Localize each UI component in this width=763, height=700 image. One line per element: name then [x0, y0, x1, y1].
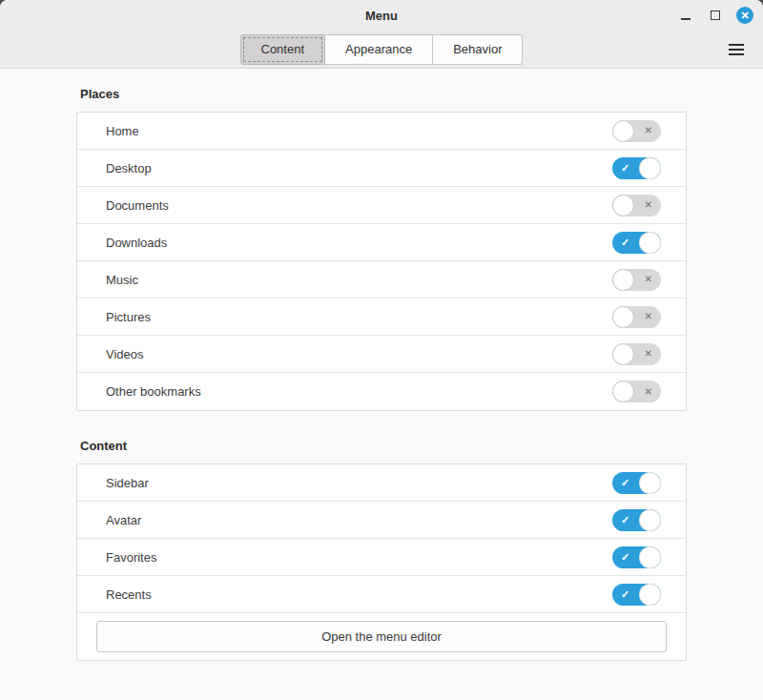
toggle-switch-favorites[interactable]: ✓ ✕	[612, 546, 661, 568]
tab-appearance[interactable]: Appearance	[325, 34, 433, 65]
toggle-knob	[639, 157, 661, 179]
places-panel: Home ✓ ✕ Desktop ✓ ✕ Documents ✓	[76, 112, 687, 411]
row-label: Home	[106, 124, 139, 138]
row-label: Downloads	[106, 236, 167, 250]
section-title-content: Content	[80, 439, 687, 454]
x-icon: ✕	[645, 312, 652, 321]
toggle-knob	[612, 306, 634, 328]
main-content: Places Home ✓ ✕ Desktop ✓ ✕ Documen	[0, 69, 763, 661]
tab-content[interactable]: Content	[240, 34, 326, 65]
toggle-switch-videos[interactable]: ✓ ✕	[612, 343, 661, 365]
x-icon: ✕	[645, 275, 652, 284]
maximize-button[interactable]	[707, 7, 724, 24]
content-panel: Sidebar ✓ ✕ Avatar ✓ ✕ Favorites ✓	[76, 463, 687, 661]
toggle-row-other-bookmarks: Other bookmarks ✓ ✕	[77, 373, 686, 410]
toggle-knob	[612, 269, 634, 291]
toggle-row-avatar: Avatar ✓ ✕	[77, 502, 686, 539]
hamburger-icon	[729, 44, 744, 46]
section-title-places: Places	[80, 87, 687, 102]
toggle-row-favorites: Favorites ✓ ✕	[77, 539, 686, 576]
toggle-row-videos: Videos ✓ ✕	[77, 336, 686, 373]
row-label: Avatar	[106, 513, 141, 527]
toggle-row-home: Home ✓ ✕	[77, 113, 686, 150]
toggle-row-downloads: Downloads ✓ ✕	[77, 224, 686, 261]
close-icon: ✕	[740, 10, 749, 21]
window-controls: ✕	[677, 0, 753, 31]
row-label: Favorites	[106, 550, 156, 565]
toggle-knob	[639, 232, 661, 254]
toggle-switch-desktop[interactable]: ✓ ✕	[612, 157, 661, 179]
row-label: Other bookmarks	[106, 384, 201, 399]
x-icon: ✕	[645, 387, 652, 397]
row-label: Desktop	[106, 161, 152, 175]
toggle-switch-documents[interactable]: ✓ ✕	[612, 195, 661, 216]
menu-button[interactable]	[725, 40, 748, 59]
tab-group: Content Appearance Behavior	[240, 34, 524, 65]
toggle-knob	[639, 472, 661, 494]
toggle-row-recents: Recents ✓ ✕	[77, 576, 686, 613]
x-icon: ✕	[645, 200, 652, 210]
check-icon: ✓	[621, 552, 629, 563]
menu-editor-row: Open the menu editor	[77, 613, 686, 660]
window-title: Menu	[365, 9, 398, 23]
toggle-knob	[639, 584, 661, 606]
open-menu-editor-button[interactable]: Open the menu editor	[96, 621, 667, 652]
toggle-switch-home[interactable]: ✓ ✕	[612, 120, 661, 142]
toggle-row-pictures: Pictures ✓ ✕	[77, 299, 686, 336]
x-icon: ✕	[645, 349, 652, 359]
check-icon: ✓	[621, 515, 629, 525]
toggle-knob	[612, 120, 634, 142]
toggle-switch-downloads[interactable]: ✓ ✕	[612, 232, 661, 254]
close-button[interactable]: ✕	[736, 7, 753, 24]
toggle-row-sidebar: Sidebar ✓ ✕	[77, 464, 686, 502]
maximize-icon	[711, 10, 720, 20]
check-icon: ✓	[621, 589, 629, 600]
toggle-row-music: Music ✓ ✕	[77, 261, 686, 299]
toggle-knob	[612, 343, 634, 365]
row-label: Sidebar	[106, 476, 149, 490]
toggle-switch-avatar[interactable]: ✓ ✕	[612, 509, 661, 531]
tab-behavior[interactable]: Behavior	[433, 34, 523, 65]
toggle-knob	[612, 195, 634, 216]
settings-window: Menu ✕ Content Appearance Behavior Place…	[0, 0, 763, 700]
toggle-row-desktop: Desktop ✓ ✕	[77, 150, 686, 187]
check-icon: ✓	[621, 237, 629, 248]
toggle-knob	[639, 509, 661, 531]
row-label: Documents	[106, 198, 169, 213]
toggle-knob	[639, 546, 661, 568]
toggle-knob	[612, 381, 634, 402]
toggle-switch-pictures[interactable]: ✓ ✕	[612, 306, 661, 328]
check-icon: ✓	[621, 478, 629, 488]
toolbar: Content Appearance Behavior	[0, 31, 763, 69]
check-icon: ✓	[621, 163, 629, 174]
toggle-row-documents: Documents ✓ ✕	[77, 187, 686, 224]
toggle-switch-music[interactable]: ✓ ✕	[612, 269, 661, 291]
titlebar: Menu ✕	[0, 0, 763, 31]
row-label: Videos	[106, 347, 144, 361]
row-label: Pictures	[106, 310, 151, 324]
x-icon: ✕	[645, 126, 652, 135]
toggle-switch-sidebar[interactable]: ✓ ✕	[612, 472, 661, 494]
minimize-icon	[681, 18, 691, 20]
row-label: Music	[106, 273, 138, 287]
toggle-switch-other-bookmarks[interactable]: ✓ ✕	[612, 381, 661, 402]
row-label: Recents	[106, 587, 152, 602]
toggle-switch-recents[interactable]: ✓ ✕	[612, 584, 661, 606]
minimize-button[interactable]	[677, 7, 694, 24]
